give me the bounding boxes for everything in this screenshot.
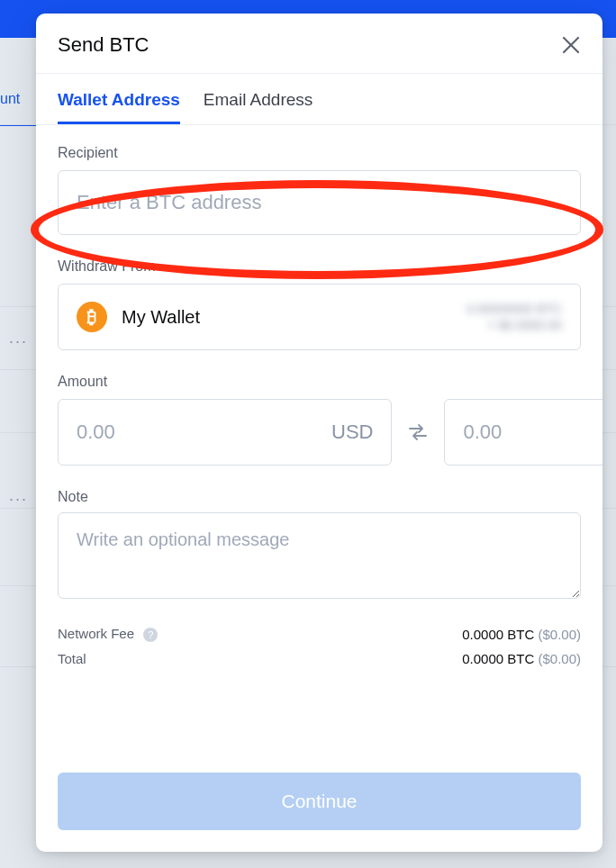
amount-usd-box: USD <box>58 399 392 466</box>
close-button[interactable] <box>561 35 581 55</box>
address-type-tabs: Wallet Address Email Address <box>36 73 602 125</box>
tab-wallet-address[interactable]: Wallet Address <box>58 74 180 124</box>
wallet-balance-crypto: 0.00000000 BTC <box>467 301 562 317</box>
wallet-name: My Wallet <box>122 307 200 328</box>
note-label: Note <box>58 489 581 505</box>
amount-btc-box: BTC <box>444 399 602 466</box>
amount-group: Amount USD BTC <box>58 374 581 466</box>
network-fee-value: 0.0000 BTC ($0.00) <box>462 627 581 642</box>
continue-button[interactable]: Continue <box>58 773 581 830</box>
wallet-left: ₿ My Wallet <box>77 302 200 332</box>
bitcoin-icon: ₿ <box>77 302 107 332</box>
recipient-input[interactable] <box>58 170 581 235</box>
note-input[interactable] <box>58 512 581 599</box>
withdraw-from-group: Withdraw From ₿ My Wallet 0.00000000 BTC… <box>58 258 581 350</box>
recipient-group: Recipient <box>58 145 581 235</box>
recipient-label: Recipient <box>58 145 581 161</box>
swap-currency-button[interactable] <box>406 420 430 444</box>
modal-header: Send BTC <box>36 14 602 73</box>
modal-footer: Continue <box>36 758 602 852</box>
bg-row-menu: ... <box>9 486 28 505</box>
note-group: Note <box>58 489 581 602</box>
wallet-balance-fiat: = $0.0000.00 <box>467 317 562 333</box>
total-label: Total <box>58 651 86 666</box>
withdraw-from-label: Withdraw From <box>58 258 581 275</box>
tab-email-address[interactable]: Email Address <box>204 74 313 124</box>
swap-icon <box>406 420 430 444</box>
total-row: Total 0.0000 BTC ($0.00) <box>58 651 581 666</box>
amount-usd-unit: USD <box>331 420 373 444</box>
modal-title: Send BTC <box>58 33 149 57</box>
amount-row: USD BTC <box>58 399 581 466</box>
amount-label: Amount <box>58 374 581 390</box>
bg-partial-tab: unt <box>0 86 20 113</box>
send-btc-modal: Send BTC Wallet Address Email Address Re… <box>36 14 602 852</box>
close-icon <box>561 35 581 55</box>
network-fee-row: Network Fee ? 0.0000 BTC ($0.00) <box>58 626 581 642</box>
withdraw-from-selector[interactable]: ₿ My Wallet 0.00000000 BTC = $0.0000.00 <box>58 284 581 350</box>
wallet-balance: 0.00000000 BTC = $0.0000.00 <box>467 301 562 333</box>
amount-btc-input[interactable] <box>463 420 602 444</box>
help-icon[interactable]: ? <box>143 628 158 642</box>
modal-body: Recipient Withdraw From ₿ My Wallet 0.00… <box>36 125 602 758</box>
summary-section: Network Fee ? 0.0000 BTC ($0.00) Total 0… <box>58 626 581 666</box>
amount-usd-input[interactable] <box>77 420 324 444</box>
bg-row-menu: ... <box>9 329 28 348</box>
network-fee-label: Network Fee ? <box>58 626 158 642</box>
total-value: 0.0000 BTC ($0.00) <box>462 651 581 666</box>
